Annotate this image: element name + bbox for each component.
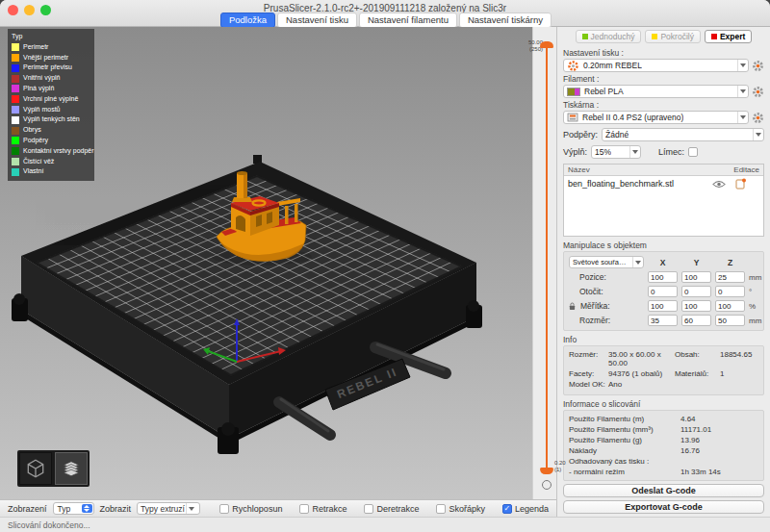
chevron-down-icon bbox=[737, 60, 748, 71]
info-label: Materiálů: bbox=[675, 369, 717, 378]
mode-label: Jednoduchý bbox=[591, 32, 635, 41]
mode-label: Pokročilý bbox=[660, 32, 693, 41]
mode-expert[interactable]: Expert bbox=[705, 30, 752, 43]
supports-combo[interactable]: Žádné bbox=[602, 128, 764, 141]
legend-item-label: Perimetr převisu bbox=[23, 63, 72, 73]
manip-input-y[interactable] bbox=[681, 315, 711, 326]
legend-swatch bbox=[12, 168, 19, 176]
mode-color-icon bbox=[582, 34, 588, 39]
rychloposun-checkbox[interactable] bbox=[219, 504, 229, 514]
layer-slider-top-handle[interactable] bbox=[540, 41, 553, 48]
filament-gear-icon[interactable] bbox=[752, 86, 764, 98]
view-type-select[interactable]: Typ bbox=[53, 502, 94, 515]
chevron-down-icon bbox=[753, 129, 763, 140]
info-label: Facety: bbox=[569, 369, 605, 378]
legend-title: Typ bbox=[12, 32, 90, 42]
cube-icon bbox=[25, 458, 46, 479]
manip-unit: mm bbox=[749, 317, 762, 325]
manip-input-y[interactable] bbox=[681, 271, 711, 283]
checkbox-label: Legenda bbox=[515, 504, 549, 514]
legend-swatch bbox=[12, 43, 19, 51]
slicing-value: 13.96 bbox=[680, 436, 758, 444]
layer-slider-bottom-handle[interactable] bbox=[540, 468, 553, 474]
info-value: 18854.65 bbox=[720, 350, 758, 367]
manip-row-label: Otočit: bbox=[579, 287, 603, 296]
titlebar: PrusaSlicer-2.1.0-rc2+-201909111218 zalo… bbox=[0, 0, 770, 27]
send-gcode-button[interactable]: Odeslat G-code bbox=[563, 484, 764, 497]
legend-item: Perimetr bbox=[12, 42, 90, 53]
manip-input-x[interactable] bbox=[648, 286, 678, 297]
manip-input-y[interactable] bbox=[681, 286, 711, 297]
skořápky-checkbox[interactable] bbox=[436, 504, 446, 514]
legend-item-label: Čistící věž bbox=[23, 157, 54, 167]
legend-item-label: Vlastní bbox=[23, 166, 43, 177]
checkbox-label: Skořápky bbox=[449, 504, 485, 514]
coord-system-combo[interactable]: Světové souřadnice bbox=[569, 256, 644, 268]
manip-input-x[interactable] bbox=[648, 271, 678, 283]
object-list-name-header: Název bbox=[568, 165, 733, 174]
infill-combo[interactable]: 15% bbox=[591, 145, 641, 159]
legenda-checkbox[interactable]: ✓ bbox=[502, 504, 512, 514]
tab-nastavení-tisku[interactable]: Nastavení tisku bbox=[277, 13, 357, 28]
extrusion-legend: Typ PerimetrVnější perimetrPerimetr přev… bbox=[8, 29, 94, 181]
manip-input-x[interactable] bbox=[648, 300, 678, 312]
object-list-row[interactable]: ben_floating_benchmark.stl bbox=[564, 176, 763, 191]
mode-jednoduchý[interactable]: Jednoduchý bbox=[576, 30, 642, 43]
slicing-value: 4.64 bbox=[680, 415, 758, 423]
manip-input-y[interactable] bbox=[681, 300, 711, 312]
one-layer-mode-icon[interactable] bbox=[542, 480, 552, 490]
layers-icon bbox=[61, 458, 82, 479]
deretrakce-checkbox[interactable] bbox=[364, 504, 373, 514]
manip-input-z[interactable] bbox=[715, 271, 745, 283]
layer-slider-track[interactable] bbox=[546, 46, 548, 470]
legend-swatch bbox=[12, 64, 19, 72]
manip-input-x[interactable] bbox=[648, 315, 678, 326]
supports-label: Podpěry: bbox=[563, 130, 598, 139]
status-bar: Slicování dokončeno... bbox=[0, 517, 770, 532]
3d-viewport[interactable]: REBEL II bbox=[0, 27, 532, 499]
filament-combo[interactable]: Rebel PLA bbox=[563, 85, 749, 98]
legend-item: Vlastní bbox=[12, 166, 90, 177]
legend-item-label: Perimetr bbox=[23, 42, 48, 53]
printer-gear-icon[interactable] bbox=[752, 112, 764, 124]
legend-swatch bbox=[12, 85, 19, 92]
legend-item-label: Obrys bbox=[23, 125, 41, 136]
legend-item-label: Vrchní plné výplně bbox=[23, 94, 78, 105]
tab-nastavení-tiskárny[interactable]: Nastavení tiskárny bbox=[459, 13, 552, 28]
legend-item: Vnitřní výplň bbox=[12, 73, 90, 84]
slicing-info-title: Informace o slicování bbox=[563, 399, 764, 409]
printer-label: Tiskárna : bbox=[563, 100, 764, 110]
object-list: Název Editace ben_floating_benchmark.stl bbox=[563, 164, 764, 237]
lock-icon[interactable] bbox=[569, 302, 576, 311]
manip-row-label: Měřítka: bbox=[580, 301, 610, 311]
axis-y-header: Y bbox=[681, 258, 711, 267]
tab-podložka[interactable]: Podložka bbox=[220, 13, 275, 28]
filament-color-swatch bbox=[567, 88, 580, 96]
edit-object-icon[interactable] bbox=[735, 178, 746, 190]
manip-label-otoit: Otočit: bbox=[569, 287, 644, 296]
print-settings-combo[interactable]: 0.20mm REBEL bbox=[563, 59, 749, 72]
export-gcode-button[interactable]: Exportovat G-code bbox=[563, 500, 764, 514]
manip-input-z[interactable] bbox=[715, 300, 745, 312]
zobrazit-label: Zobrazit bbox=[100, 504, 132, 514]
object-name: ben_floating_benchmark.stl bbox=[568, 179, 708, 189]
print-settings-gear-icon[interactable] bbox=[752, 60, 764, 72]
axis-x-header: X bbox=[648, 258, 678, 267]
preview-layers-button[interactable] bbox=[55, 452, 88, 485]
manip-unit: mm bbox=[749, 273, 762, 282]
eye-icon[interactable] bbox=[712, 180, 726, 189]
tab-nastavení-filamentu[interactable]: Nastavení filamentu bbox=[359, 13, 457, 28]
legend-swatch bbox=[12, 127, 19, 135]
3d-view-button[interactable] bbox=[19, 452, 52, 485]
manip-input-z[interactable] bbox=[715, 286, 745, 297]
slicing-value: 1h 33m 14s bbox=[680, 468, 758, 476]
checkbox-legenda: ✓Legenda bbox=[502, 504, 549, 514]
brim-checkbox[interactable] bbox=[688, 147, 698, 157]
retrakce-checkbox[interactable] bbox=[299, 504, 309, 514]
manipulation-title: Manipulace s objektem bbox=[563, 241, 764, 250]
manip-input-z[interactable] bbox=[715, 315, 745, 326]
mode-pokročilý[interactable]: Pokročilý bbox=[645, 30, 700, 43]
printer-combo[interactable]: Rebel II 0.4 PS2 (upraveno) bbox=[563, 111, 749, 124]
feature-filter-combo[interactable]: Typy extruzí bbox=[137, 502, 200, 515]
checkbox-rychloposun: Rychloposun bbox=[219, 504, 282, 514]
